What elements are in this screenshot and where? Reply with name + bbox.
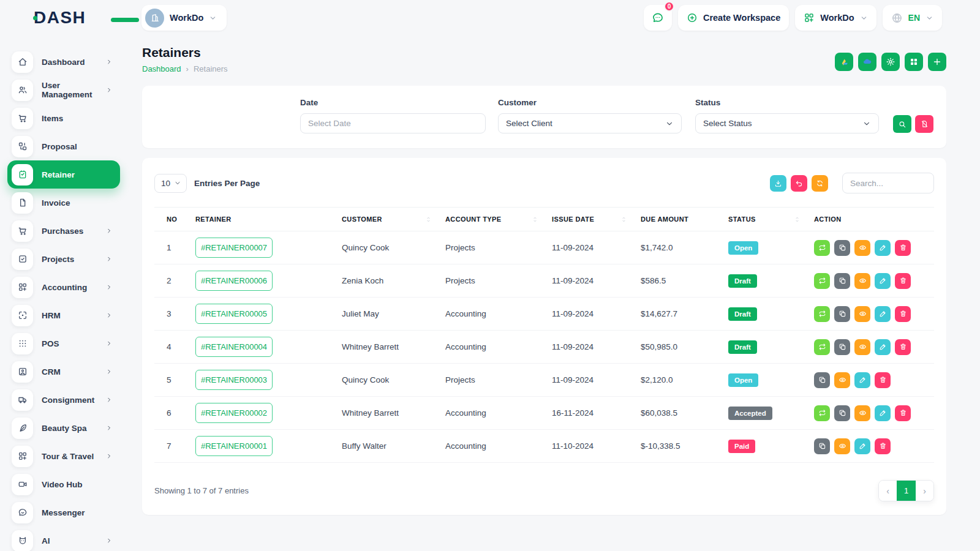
retainer-number-link[interactable]: #RETAINER00007: [195, 238, 273, 258]
column-header-account-type[interactable]: ACCOUNT TYPE: [445, 208, 552, 231]
sidebar-item-user-management[interactable]: User Management: [7, 76, 120, 104]
sidebar-item-messenger[interactable]: Messenger: [7, 498, 120, 527]
column-header-customer[interactable]: CUSTOMER: [342, 208, 445, 231]
messages-button[interactable]: 0: [644, 5, 672, 31]
duplicate-button duplicate-icon[interactable]: [814, 438, 830, 454]
sidebar-item-tour-travel[interactable]: Tour & Travel: [7, 442, 120, 470]
view-button view-icon[interactable]: [854, 240, 870, 256]
table-search-input[interactable]: [842, 173, 934, 193]
delete-button delete-icon[interactable]: [875, 438, 891, 454]
view-button view-icon[interactable]: [834, 372, 850, 388]
retainer-number-link[interactable]: #RETAINER00006: [195, 271, 273, 291]
view-button view-icon[interactable]: [854, 306, 870, 322]
edit-button edit-icon[interactable]: [875, 306, 891, 322]
sidebar-item-ai[interactable]: AI: [7, 527, 120, 551]
edit-button edit-icon[interactable]: [875, 240, 891, 256]
edit-button edit-icon[interactable]: [854, 438, 870, 454]
sort-icon[interactable]: [532, 216, 538, 223]
sidebar-item-crm[interactable]: CRM: [7, 358, 120, 386]
sidebar-item-invoice[interactable]: Invoice: [7, 189, 120, 217]
view-button view-icon[interactable]: [854, 339, 870, 355]
sidebar-item-beauty-spa[interactable]: Beauty Spa: [7, 414, 120, 442]
convert-button convert-icon[interactable]: [814, 240, 830, 256]
customer-filter-select[interactable]: Select Client: [498, 113, 682, 133]
undo-button undo-icon[interactable]: [791, 175, 807, 192]
edit-button edit-icon[interactable]: [854, 372, 870, 388]
sidebar-item-video-hub[interactable]: Video Hub: [7, 470, 120, 498]
breadcrumb-dashboard-link[interactable]: Dashboard: [142, 64, 181, 73]
sidebar-item-accounting[interactable]: Accounting: [7, 273, 120, 301]
google-drive-button drive-icon[interactable]: [835, 53, 853, 71]
create-retainer-button plus-icon[interactable]: [928, 53, 946, 71]
sidebar-item-hrm[interactable]: HRM: [7, 301, 120, 329]
sidebar-item-pos[interactable]: POS: [7, 329, 120, 358]
table-row: 6#RETAINER00002Whitney BarrettAccounting…: [154, 397, 934, 430]
edit-button edit-icon[interactable]: [875, 339, 891, 355]
pagination-page-1-button[interactable]: 1: [897, 481, 916, 501]
status-badge: Accepted: [728, 407, 772, 420]
retainer-number-link[interactable]: #RETAINER00003: [195, 370, 273, 390]
modules-button grid4-icon[interactable]: [905, 53, 923, 71]
reset-filter-button file-slash-icon[interactable]: [915, 115, 933, 133]
chevron-down-icon: [862, 119, 871, 128]
sidebar-item-purchases[interactable]: Purchases: [7, 217, 120, 245]
table-row: 3#RETAINER00005Juliet MayAccounting11-09…: [154, 298, 934, 331]
globe-icon: [891, 12, 903, 24]
sort-icon[interactable]: [620, 216, 627, 223]
sidebar-item-consignment[interactable]: Consignment: [7, 386, 120, 414]
chevron-right-icon: [105, 452, 113, 460]
delete-button delete-icon[interactable]: [895, 339, 911, 355]
entries-per-page-select[interactable]: 10: [154, 174, 187, 193]
settings-button gear-icon[interactable]: [881, 53, 900, 71]
view-button view-icon[interactable]: [854, 273, 870, 289]
pagination-next-button[interactable]: ›: [916, 481, 933, 501]
convert-button convert-icon[interactable]: [814, 405, 830, 421]
delete-button delete-icon[interactable]: [875, 372, 891, 388]
retainer-number-link[interactable]: #RETAINER00004: [195, 337, 273, 357]
refresh-button refresh-icon[interactable]: [812, 175, 828, 192]
edit-button edit-icon[interactable]: [875, 273, 891, 289]
edit-button edit-icon[interactable]: [875, 405, 891, 421]
date-filter-input[interactable]: [300, 113, 486, 133]
pagination-prev-button[interactable]: ‹: [879, 481, 897, 501]
retainer-number-link[interactable]: #RETAINER00001: [195, 436, 273, 456]
duplicate-button duplicate-icon[interactable]: [814, 372, 830, 388]
column-header-status[interactable]: STATUS: [728, 208, 814, 231]
sort-icon[interactable]: [425, 216, 432, 223]
duplicate-button duplicate-icon[interactable]: [834, 273, 850, 289]
cell-issue-date: 11-09-2024: [552, 298, 641, 331]
sidebar-item-proposal[interactable]: Proposal: [7, 132, 120, 160]
sidebar-item-retainer[interactable]: Retainer: [7, 160, 120, 189]
column-header-due-amount: DUE AMOUNT: [641, 208, 728, 231]
retainer-number-link[interactable]: #RETAINER00005: [195, 304, 273, 324]
duplicate-button duplicate-icon[interactable]: [834, 339, 850, 355]
export-button download-icon[interactable]: [770, 175, 786, 192]
app-switcher-button[interactable]: WorkDo: [795, 5, 876, 31]
duplicate-button duplicate-icon[interactable]: [834, 306, 850, 322]
delete-button delete-icon[interactable]: [895, 273, 911, 289]
sort-icon[interactable]: [794, 216, 801, 223]
workspace-switcher[interactable]: WorkDo: [141, 5, 227, 31]
apply-filter-button search-icon[interactable]: [893, 115, 911, 133]
chevron-right-icon: [105, 255, 113, 263]
column-header-issue-date[interactable]: ISSUE DATE: [552, 208, 641, 231]
convert-button convert-icon[interactable]: [814, 273, 830, 289]
delete-button delete-icon[interactable]: [895, 240, 911, 256]
sidebar-item-dashboard[interactable]: Dashboard: [7, 48, 120, 76]
table-row: 7#RETAINER00001Buffy WalterAccounting11-…: [154, 430, 934, 463]
duplicate-button duplicate-icon[interactable]: [834, 240, 850, 256]
convert-button convert-icon[interactable]: [814, 339, 830, 355]
sidebar-item-items[interactable]: Items: [7, 104, 120, 132]
duplicate-button duplicate-icon[interactable]: [834, 405, 850, 421]
view-button view-icon[interactable]: [854, 405, 870, 421]
status-filter-select[interactable]: Select Status: [695, 113, 879, 133]
retainer-number-link[interactable]: #RETAINER00002: [195, 403, 273, 423]
view-button view-icon[interactable]: [834, 438, 850, 454]
language-selector[interactable]: EN: [883, 5, 942, 31]
delete-button delete-icon[interactable]: [895, 405, 911, 421]
delete-button delete-icon[interactable]: [895, 306, 911, 322]
sidebar-item-projects[interactable]: Projects: [7, 245, 120, 273]
create-workspace-button[interactable]: Create Workspace: [678, 5, 789, 31]
onedrive-button cloud-icon[interactable]: [858, 53, 876, 71]
convert-button convert-icon[interactable]: [814, 306, 830, 322]
